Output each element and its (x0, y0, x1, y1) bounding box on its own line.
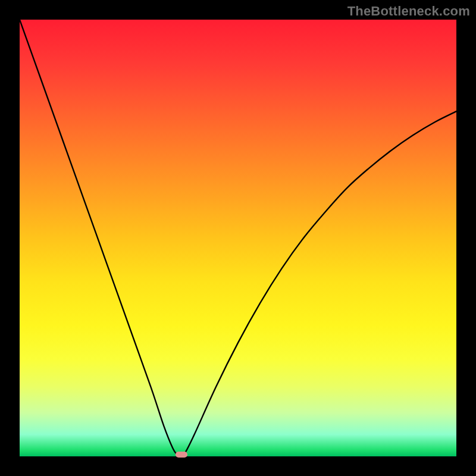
plot-area (20, 20, 456, 456)
minimum-marker (176, 452, 187, 458)
bottleneck-curve (20, 20, 456, 456)
chart-frame: TheBottleneck.com (0, 0, 476, 476)
watermark-text: TheBottleneck.com (347, 4, 470, 19)
